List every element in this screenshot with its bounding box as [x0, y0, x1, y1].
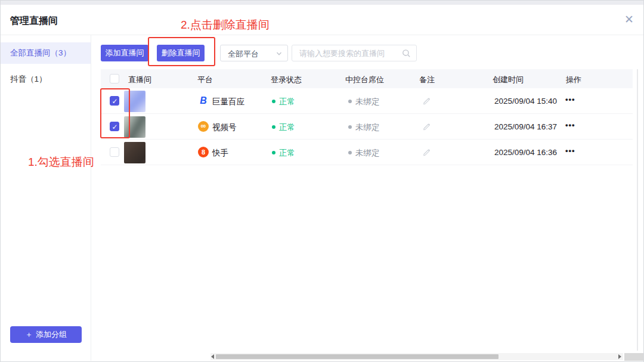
col-header-platform: 平台	[197, 75, 213, 85]
console-seat: 未绑定	[355, 122, 380, 133]
console-seat: 未绑定	[355, 97, 380, 107]
scrollbar-corner	[624, 353, 643, 361]
table-row: B 巨量百应 正常 未绑定 2025/09/04 15:40 •••	[101, 88, 633, 114]
search-icon	[402, 49, 411, 58]
seat-dot	[348, 125, 352, 129]
annotation-step1-text: 1.勾选直播间	[28, 154, 94, 170]
col-header-actions: 操作	[566, 75, 581, 85]
col-header-note: 备注	[419, 75, 435, 85]
login-status: 正常	[279, 97, 295, 107]
horizontal-scrollbar-thumb[interactable]	[216, 354, 499, 359]
seat-dot	[348, 100, 352, 103]
more-actions-icon[interactable]: •••	[565, 120, 575, 129]
room-thumbnail	[124, 91, 145, 112]
scroll-right-arrow-icon[interactable]	[618, 354, 621, 359]
col-header-created: 创建时间	[493, 75, 524, 85]
add-group-label: 添加分组	[36, 329, 67, 340]
scroll-left-arrow-icon[interactable]	[211, 354, 214, 359]
sidebar-item-douyin[interactable]: 抖音（1）	[1, 69, 91, 90]
col-header-room: 直播间	[128, 75, 151, 85]
horizontal-scrollbar-track[interactable]	[210, 353, 623, 360]
vertical-scrollbar[interactable]	[637, 69, 638, 351]
login-status: 正常	[279, 122, 295, 133]
room-thumbnail	[124, 142, 145, 163]
platform-name: 巨量百应	[212, 97, 244, 107]
more-actions-icon[interactable]: •••	[565, 146, 575, 155]
delete-room-button[interactable]: 删除直播间	[157, 45, 205, 61]
manage-live-rooms-modal: 管理直播间 ✕ 全部直播间（3） 抖音（1） 1.勾选直播间 ＋ 添加分组 添加…	[0, 0, 644, 362]
col-header-console-seat: 中控台席位	[345, 75, 384, 85]
edit-note-icon[interactable]	[423, 97, 431, 105]
col-header-login-status: 登录状态	[271, 75, 302, 85]
search-box	[292, 45, 417, 61]
add-group-button[interactable]: ＋ 添加分组	[10, 326, 82, 343]
platform-filter-value: 全部平台	[228, 49, 259, 60]
created-time: 2025/09/04 16:36	[494, 148, 557, 157]
console-seat: 未绑定	[355, 148, 380, 159]
plus-icon: ＋	[25, 329, 33, 340]
kuaishou-icon: 8	[198, 147, 209, 157]
platform-name: 视频号	[212, 122, 237, 133]
platform-filter-select[interactable]: 全部平台	[220, 45, 288, 61]
wechat-channels-icon: ∞	[198, 121, 209, 132]
juliang-baiying-icon: B	[198, 95, 209, 106]
login-status: 正常	[279, 148, 295, 159]
more-actions-icon[interactable]: •••	[565, 95, 575, 104]
table-row: ∞ 视频号 正常 未绑定 2025/09/04 16:37 •••	[101, 114, 633, 140]
chevron-down-icon	[276, 51, 282, 57]
room-thumbnail	[124, 116, 145, 138]
backdrop-strip	[1, 1, 644, 5]
created-time: 2025/09/04 16:37	[494, 122, 557, 131]
seat-dot	[348, 151, 352, 154]
modal-header: 管理直播间 ✕	[1, 5, 644, 35]
sidebar-item-all-rooms[interactable]: 全部直播间（3）	[1, 42, 91, 64]
row-checkbox[interactable]	[110, 96, 119, 106]
table-header: 直播间 平台 登录状态 中控台席位 备注 创建时间 操作	[101, 69, 633, 88]
created-time: 2025/09/04 15:40	[494, 97, 557, 106]
platform-name: 快手	[212, 148, 228, 159]
search-input[interactable]	[292, 45, 401, 61]
row-checkbox[interactable]	[110, 147, 119, 157]
add-room-button[interactable]: 添加直播间	[101, 45, 148, 61]
status-dot	[272, 125, 275, 129]
annotation-step2-text: 2.点击删除直播间	[181, 17, 270, 33]
sidebar: 全部直播间（3） 抖音（1） 1.勾选直播间 ＋ 添加分组	[1, 35, 91, 361]
status-dot	[272, 100, 275, 103]
status-dot	[272, 151, 275, 154]
table-row: 8 快手 正常 未绑定 2025/09/04 16:36 •••	[101, 140, 633, 165]
close-icon[interactable]: ✕	[624, 13, 634, 26]
edit-note-icon[interactable]	[423, 122, 431, 131]
row-checkbox[interactable]	[110, 122, 119, 131]
edit-note-icon[interactable]	[423, 148, 431, 156]
page-title: 管理直播间	[10, 15, 58, 27]
select-all-checkbox[interactable]	[110, 74, 119, 83]
